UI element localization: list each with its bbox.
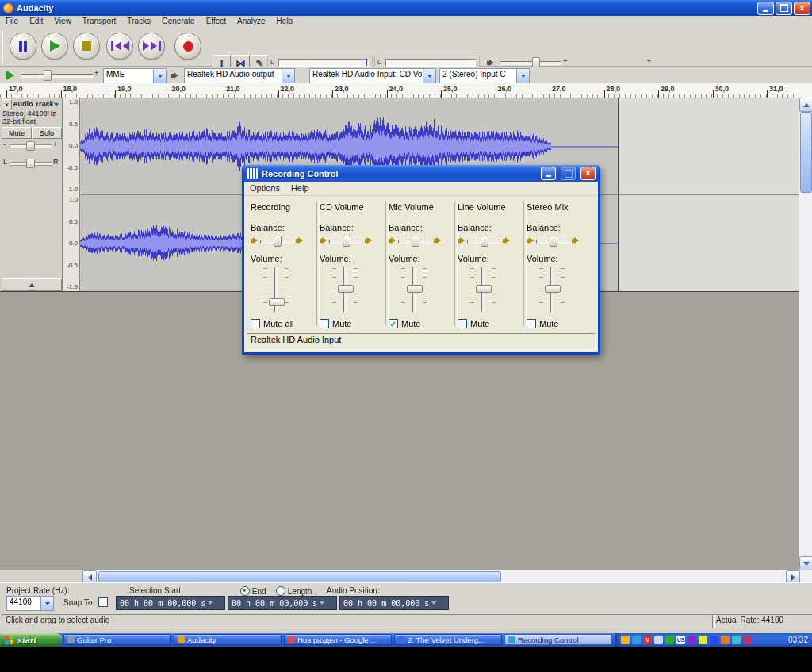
play-at-speed-button[interactable] <box>6 71 14 80</box>
mute-button[interactable]: Mute <box>2 127 32 139</box>
volume-slider-thumb[interactable] <box>269 298 285 306</box>
record-button[interactable] <box>174 33 201 60</box>
volume-slider[interactable] <box>252 267 300 313</box>
menu-item-effect[interactable]: Effect <box>201 16 232 26</box>
length-radio[interactable]: Length <box>276 586 312 596</box>
audio-position-field[interactable]: 00 h 00 m 00,000 s <box>339 596 449 610</box>
tray-icon-7[interactable] <box>688 636 696 644</box>
volume-slider-thumb[interactable] <box>545 285 561 293</box>
dialog-close-button[interactable]: × <box>580 167 596 180</box>
dropdown-button[interactable] <box>423 69 435 83</box>
timeline-ruler[interactable]: 17,018,019,020,021,022,023,024,025,026,0… <box>0 83 812 98</box>
stop-button[interactable] <box>73 33 100 60</box>
tray-icon-5[interactable] <box>665 636 674 644</box>
balance-slider-thumb[interactable] <box>550 236 557 247</box>
toolbar-grip[interactable] <box>2 30 6 62</box>
output-device-select[interactable]: Realtek HD Audio output <box>184 68 295 83</box>
mute-checkbox[interactable] <box>251 319 260 328</box>
taskbar-button-2[interactable]: Audacity <box>174 634 282 645</box>
vertical-scrollbar[interactable] <box>799 98 812 570</box>
skip-to-end-button[interactable] <box>138 33 165 60</box>
minimize-button[interactable] <box>757 2 774 15</box>
volume-slider-thumb[interactable] <box>476 285 492 293</box>
balance-slider[interactable] <box>329 235 362 246</box>
output-volume-slider[interactable] <box>500 56 561 67</box>
tray-icon-9[interactable] <box>710 636 718 644</box>
balance-slider[interactable] <box>260 235 293 246</box>
project-rate-select[interactable]: 44100 <box>6 596 54 611</box>
pause-button[interactable] <box>10 33 36 60</box>
tray-icon-8[interactable] <box>699 636 707 644</box>
tray-icon-3[interactable]: V <box>643 636 652 644</box>
menu-item-tracks[interactable]: Tracks <box>121 16 156 26</box>
mute-checkbox[interactable] <box>320 319 329 328</box>
volume-slider[interactable] <box>321 267 369 313</box>
dialog-menu-options[interactable]: Options <box>244 183 285 194</box>
dialog-minimize-button[interactable] <box>541 167 556 180</box>
solo-button[interactable]: Solo <box>32 127 62 139</box>
tray-icon-4[interactable] <box>654 636 663 644</box>
tray-icon-10[interactable] <box>721 636 730 644</box>
scroll-up-button[interactable] <box>799 98 812 112</box>
tray-icon-6[interactable]: US <box>676 636 685 644</box>
volume-slider[interactable] <box>459 267 507 313</box>
chev-down-icon[interactable] <box>431 601 436 605</box>
taskbar-button-4[interactable]: 2. The Velvet Underg... <box>394 634 502 645</box>
mute-checkbox[interactable] <box>458 319 467 328</box>
volume-slider[interactable] <box>528 267 576 313</box>
input-channels-select[interactable]: 2 (Stereo) Input C <box>439 68 530 83</box>
selection-end-field[interactable]: 00 h 00 m 00,000 s <box>228 596 337 610</box>
dropdown-button[interactable] <box>40 597 53 610</box>
balance-slider-thumb[interactable] <box>481 236 488 247</box>
menu-item-generate[interactable]: Generate <box>156 16 201 26</box>
tray-icon-11[interactable] <box>732 636 741 644</box>
close-button[interactable]: × <box>794 2 810 15</box>
audio-host-select[interactable]: MME <box>103 68 167 83</box>
play-button[interactable] <box>41 33 68 60</box>
menu-item-file[interactable]: File <box>0 16 24 26</box>
taskbar-button-1[interactable]: Guitar Pro <box>63 634 171 645</box>
gain-slider-thumb[interactable] <box>26 141 35 151</box>
balance-slider-thumb[interactable] <box>274 236 282 247</box>
tray-icon-12[interactable] <box>743 636 752 644</box>
chev-down-icon[interactable] <box>320 601 324 605</box>
balance-slider[interactable] <box>398 235 431 246</box>
menu-item-view[interactable]: View <box>48 16 77 26</box>
track-menu-icon[interactable] <box>54 103 59 106</box>
menu-item-transport[interactable]: Transport <box>77 16 121 26</box>
dropdown-button[interactable] <box>153 69 166 83</box>
track-close-button[interactable]: × <box>2 99 12 109</box>
track-title[interactable]: Audio Track <box>13 100 54 108</box>
speed-slider-thumb[interactable] <box>44 70 52 81</box>
taskbar-button-5[interactable]: Recording Control <box>504 634 612 645</box>
scroll-down-button[interactable] <box>799 556 812 570</box>
volume-slider-thumb[interactable] <box>407 285 423 293</box>
vertical-scroll-thumb[interactable] <box>800 112 812 193</box>
balance-slider[interactable] <box>536 235 569 246</box>
skip-to-start-button[interactable] <box>106 33 133 60</box>
snap-to-checkbox[interactable] <box>98 597 108 607</box>
mute-checkbox[interactable] <box>527 319 536 328</box>
volume-slider-thumb[interactable] <box>338 285 354 293</box>
chev-down-icon[interactable] <box>208 601 213 605</box>
selection-start-field[interactable]: 00 h 00 m 00,000 s <box>116 596 225 610</box>
track-collapse-button[interactable] <box>2 278 62 291</box>
restore-button[interactable] <box>776 2 792 15</box>
tray-icon-1[interactable] <box>621 636 630 644</box>
title-bar[interactable]: Audacity × <box>0 0 812 16</box>
menu-item-help[interactable]: Help <box>271 16 299 26</box>
dialog-menu-help[interactable]: Help <box>285 183 315 194</box>
horizontal-scroll-thumb[interactable] <box>98 571 501 583</box>
pan-slider-thumb[interactable] <box>26 159 35 168</box>
balance-slider-thumb[interactable] <box>412 236 419 247</box>
menu-item-edit[interactable]: Edit <box>24 16 48 26</box>
input-device-select[interactable]: Realtek HD Audio Input: CD Vo <box>309 68 436 83</box>
dropdown-button[interactable] <box>282 69 294 83</box>
tray-icon-2[interactable] <box>632 636 641 644</box>
volume-slider[interactable] <box>390 267 438 313</box>
end-radio[interactable]: End <box>240 586 266 596</box>
menu-item-analyze[interactable]: Analyze <box>232 16 271 26</box>
dropdown-button[interactable] <box>516 69 529 83</box>
dialog-title-bar[interactable]: Recording Control × <box>243 165 599 182</box>
taskbar-button-3[interactable]: Нов раздел - Google ... <box>284 634 392 645</box>
